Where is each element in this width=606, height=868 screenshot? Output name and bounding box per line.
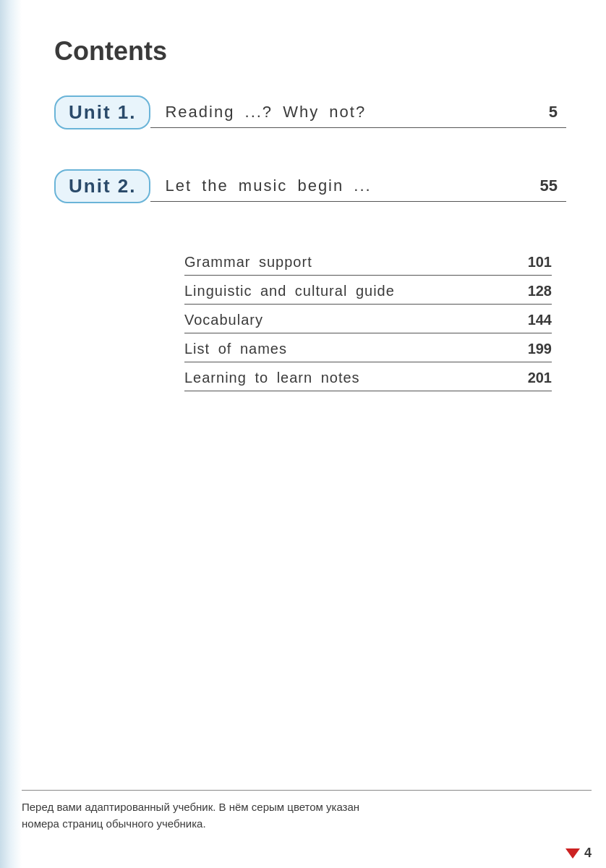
unit-1-badge: Unit 1. (54, 95, 150, 129)
unit-2-line: Let the music begin ... 55 (150, 171, 566, 202)
unit-2-section: Unit 2. Let the music begin ... 55 (40, 169, 566, 203)
page-arrow-icon (566, 848, 580, 859)
unit-1-row: Unit 1. Reading ...? Why not? 5 (54, 95, 566, 129)
page: Contents Unit 1. Reading ...? Why not? 5… (0, 0, 606, 868)
unit-1-inner: Reading ...? Why not? 5 (150, 97, 566, 128)
spacer-1 (40, 144, 566, 169)
unit-1-line: Reading ...? Why not? 5 (150, 97, 566, 128)
toc-label-names: List of names (184, 341, 521, 357)
toc-label-linguistic: Linguistic and cultural guide (184, 283, 521, 299)
toc-item-learning: Learning to learn notes 201 (184, 362, 552, 391)
toc-page-linguistic: 128 (521, 283, 552, 299)
toc-page-learning: 201 (521, 370, 552, 386)
unit-2-page: 55 (533, 176, 558, 195)
toc-label-grammar: Grammar support (184, 254, 521, 271)
unit-2-badge: Unit 2. (54, 169, 150, 203)
page-title: Contents (54, 36, 566, 67)
toc-item-grammar: Grammar support 101 (184, 247, 552, 276)
toc-item-vocabulary: Vocabulary 144 (184, 305, 552, 333)
unit-2-inner: Let the music begin ... 55 (150, 171, 566, 202)
toc-page-grammar: 101 (521, 254, 552, 271)
page-number: 4 (584, 846, 592, 861)
footer-line1: Перед вами адаптированный учебник. В нём… (22, 799, 592, 832)
unit-1-page: 5 (542, 103, 558, 122)
page-number-area: 4 (566, 846, 592, 861)
unit-1-description: Reading ...? Why not? (165, 103, 541, 122)
unit-1-badge-text: Unit 1. (69, 101, 136, 124)
unit-2-description: Let the music begin ... (165, 176, 532, 195)
toc-item-names: List of names 199 (184, 333, 552, 362)
toc-label-learning: Learning to learn notes (184, 370, 521, 386)
footer-note: Перед вами адаптированный учебник. В нём… (22, 790, 592, 832)
toc-label-vocabulary: Vocabulary (184, 312, 521, 328)
toc-section: Grammar support 101 Linguistic and cultu… (184, 247, 552, 391)
unit-2-row: Unit 2. Let the music begin ... 55 (54, 169, 566, 203)
toc-page-names: 199 (521, 341, 552, 357)
toc-page-vocabulary: 144 (521, 312, 552, 328)
unit-1-section: Unit 1. Reading ...? Why not? 5 (40, 95, 566, 129)
unit-2-badge-text: Unit 2. (69, 175, 136, 197)
toc-item-linguistic: Linguistic and cultural guide 128 (184, 276, 552, 305)
